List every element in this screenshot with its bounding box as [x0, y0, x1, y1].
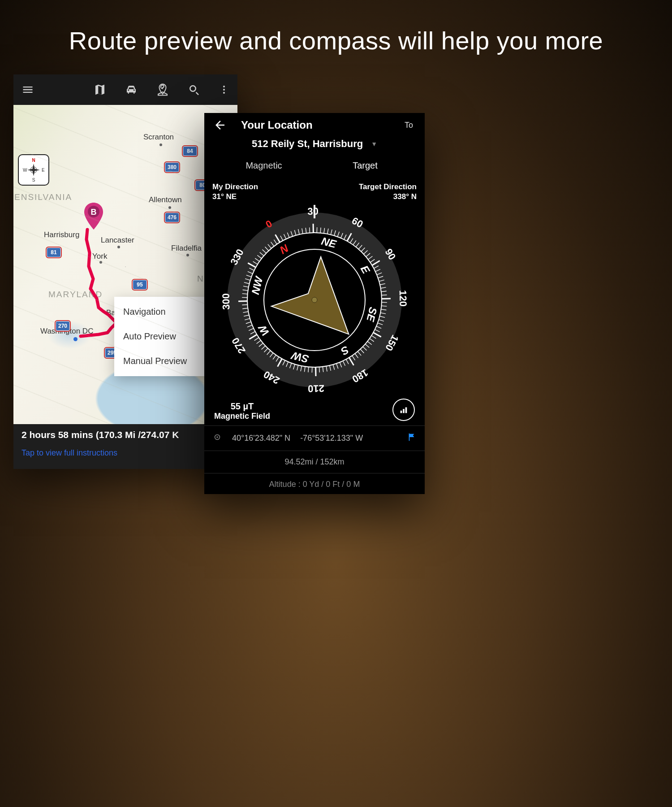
city-filadelfia: Filadelfia [171, 244, 202, 253]
hwy-95: 95 [132, 279, 148, 291]
svg-text:30: 30 [307, 206, 319, 217]
svg-text:NE: NE [320, 235, 338, 251]
popup-auto-preview[interactable]: Auto Preview [114, 324, 211, 349]
to-label[interactable]: To [405, 121, 416, 130]
target-direction-label: Target Direction [359, 182, 417, 191]
svg-text:E: E [358, 263, 373, 276]
city-harrisburg: Harrisburg [44, 230, 79, 239]
compass-dial[interactable]: 0306090120150180210240270300330NNEESESSW… [204, 201, 425, 399]
distance-row: 94.52mi / 152km [204, 451, 425, 473]
city-allentown: Allentown [149, 195, 182, 204]
svg-line-112 [242, 304, 247, 305]
route-summary-bar: 2 hours 58 mins (170.3 Mi /274.07 K Tap … [13, 424, 237, 469]
hamburger-menu-icon[interactable] [22, 83, 34, 96]
location-pin-icon[interactable] [156, 83, 169, 96]
svg-line-22 [310, 227, 310, 233]
mini-compass-icon: N S W E [18, 154, 49, 186]
route-options-popup: Navigation Auto Preview Manual Preview [114, 297, 211, 376]
distance-value: 94.52mi / 152km [284, 457, 344, 467]
hwy-476: 476 [164, 212, 180, 223]
back-arrow-icon[interactable] [213, 118, 227, 132]
map-icon[interactable] [93, 83, 107, 96]
coords-row: 40°16'23.482" N -76°53'12.133" W [204, 425, 425, 451]
region-pa: ENSILVANIA [14, 192, 72, 202]
location-header: Your Location To 512 Reily St, Harrisbur… [204, 113, 425, 176]
svg-text:S: S [32, 178, 35, 182]
svg-point-2 [223, 92, 225, 94]
popup-manual-preview[interactable]: Manual Preview [114, 349, 211, 373]
hwy-380: 380 [164, 161, 180, 173]
svg-text:SW: SW [289, 349, 310, 365]
map-canvas[interactable]: N S W E ENSILVANIA MARYLAND NU JEF Scran… [13, 105, 237, 424]
svg-point-1 [223, 89, 225, 91]
car-icon[interactable] [125, 83, 138, 96]
city-york: York [92, 252, 107, 261]
svg-text:SE: SE [364, 306, 379, 323]
latitude: 40°16'23.482" N [232, 434, 290, 443]
altitude-row: Altitude : 0 Yd / 0 Ft / 0 M [204, 473, 425, 495]
route-duration-distance: 2 hours 58 mins (170.3 Mi /274.07 K [22, 430, 229, 440]
tab-magnetic[interactable]: Magnetic [213, 156, 314, 176]
route-line [13, 105, 237, 424]
svg-point-155 [312, 297, 317, 303]
target-direction-value: 338° N [359, 192, 417, 201]
app-topbar [13, 74, 237, 105]
hwy-81: 81 [46, 247, 62, 258]
magnetic-field-value: 55 µT [214, 401, 270, 412]
svg-rect-157 [403, 409, 405, 413]
flag-icon[interactable] [407, 432, 417, 444]
location-title: Your Location [241, 119, 390, 131]
popup-navigation[interactable]: Navigation [114, 299, 211, 324]
svg-text:S: S [339, 344, 351, 358]
magnetic-field-label: Magnetic Field [214, 412, 270, 421]
svg-rect-153 [314, 205, 315, 218]
svg-text:210: 210 [308, 383, 324, 395]
svg-text:B: B [91, 208, 97, 217]
current-address: 512 Reily St, Harrisburg [252, 138, 363, 150]
svg-point-0 [223, 86, 225, 87]
my-direction-label: My Direction [212, 182, 258, 191]
svg-text:E: E [42, 168, 45, 173]
view-full-instructions-link[interactable]: Tap to view full instructions [22, 448, 229, 458]
svg-line-82 [319, 367, 319, 373]
direction-row: My Direction 31° NE Target Direction 338… [204, 176, 425, 201]
city-lancaster: Lancaster [101, 236, 134, 245]
svg-text:N: N [278, 242, 291, 256]
compass-mode-tabs: Magnetic Target [213, 156, 416, 176]
region-md: MARYLAND [48, 290, 103, 299]
search-icon[interactable] [187, 83, 201, 96]
svg-text:N: N [32, 158, 35, 163]
crosshair-icon [212, 432, 222, 444]
svg-rect-158 [405, 408, 407, 413]
svg-text:300: 300 [220, 293, 232, 310]
promo-headline: Route preview and compass will help you … [0, 26, 672, 55]
svg-text:W: W [23, 168, 27, 173]
compass-phone: Your Location To 512 Reily St, Harrisbur… [204, 113, 425, 494]
svg-line-52 [382, 295, 387, 295]
destination-marker-icon[interactable]: B [84, 203, 103, 230]
my-direction-value: 31° NE [212, 192, 258, 201]
altitude-value: Altitude : 0 Yd / 0 Ft / 0 M [269, 480, 360, 489]
svg-text:120: 120 [397, 290, 409, 307]
hwy-270: 270 [55, 320, 71, 332]
signal-strength-button[interactable] [392, 399, 415, 421]
city-scranton: Scranton [143, 133, 174, 142]
tab-target[interactable]: Target [314, 156, 416, 176]
route-preview-phone: N S W E ENSILVANIA MARYLAND NU JEF Scran… [13, 74, 237, 469]
longitude: -76°53'12.133" W [300, 434, 363, 443]
chevron-down-icon[interactable]: ▼ [371, 140, 377, 148]
svg-rect-156 [401, 411, 402, 413]
hwy-84: 84 [182, 145, 198, 157]
kebab-menu-icon[interactable] [219, 83, 229, 96]
